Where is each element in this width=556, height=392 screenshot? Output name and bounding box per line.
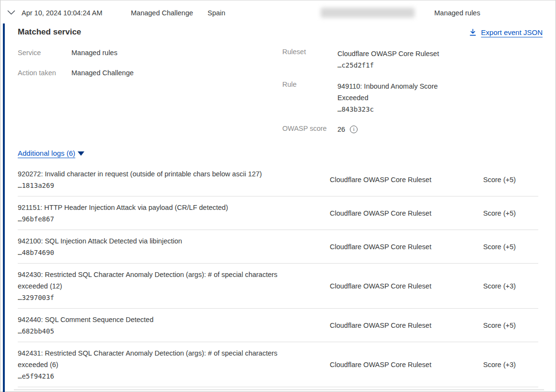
log-score: Score (+5) <box>483 243 516 251</box>
log-ruleset-name: Cloudflare OWASP Core Ruleset <box>330 176 431 184</box>
caret-down-icon <box>78 151 84 156</box>
log-rule-hash: …682bb405 <box>18 325 538 337</box>
action-taken-value: Managed Challenge <box>71 68 134 78</box>
additional-logs-table: 920272: Invalid character in request (ou… <box>18 163 538 387</box>
log-row: 921151: HTTP Header Injection Attack via… <box>18 196 538 230</box>
export-event-json-label: Export event JSON <box>481 28 543 36</box>
event-country: Spain <box>208 9 225 17</box>
log-score: Score (+5) <box>483 322 516 329</box>
log-score: Score (+5) <box>483 176 516 184</box>
log-row: 942100: SQL Injection Attack Detected vi… <box>18 230 538 264</box>
ruleset-label: Ruleset <box>282 48 337 71</box>
log-row: 942431: Restricted SQL Character Anomaly… <box>18 342 538 387</box>
log-rule-description: 921151: HTTP Header Injection Attack via… <box>18 202 303 213</box>
owasp-score-label: OWASP score <box>282 125 337 134</box>
rule-label: Rule <box>282 81 337 115</box>
ruleset-field: Ruleset Cloudflare OWASP Core Ruleset …c… <box>282 48 484 71</box>
event-row-header[interactable]: Apr 10, 2024 10:04:24 AM Managed Challen… <box>0 0 556 23</box>
export-event-json-link[interactable]: Export event JSON <box>469 28 543 36</box>
info-icon[interactable]: i <box>350 126 358 133</box>
log-rule-hash: …3297003f <box>18 292 538 303</box>
log-ruleset-name: Cloudflare OWASP Core Ruleset <box>330 361 431 369</box>
log-rule-description: 942431: Restricted SQL Character Anomaly… <box>18 347 303 370</box>
log-score: Score (+3) <box>483 282 516 290</box>
rule-value: 949110: Inbound Anomaly Score Exceeded <box>337 82 438 102</box>
log-row: 942440: SQL Comment Sequence Detected …6… <box>18 309 538 342</box>
event-timestamp: Apr 10, 2024 10:04:24 AM <box>22 9 103 17</box>
additional-logs-label: Additional logs (6) <box>18 149 75 157</box>
panel-bottom-divider <box>14 390 544 390</box>
service-value: Managed rules <box>71 48 134 58</box>
matched-service-fields: Service Managed rules Action taken Manag… <box>18 48 134 78</box>
additional-logs-toggle[interactable]: Additional logs (6) <box>18 149 84 157</box>
event-action: Managed Challenge <box>131 9 193 17</box>
ruleset-hash: …c25d2f1f <box>337 59 452 71</box>
log-ruleset-name: Cloudflare OWASP Core Ruleset <box>330 243 431 251</box>
event-detail-panel: Apr 10, 2024 10:04:24 AM Managed Challen… <box>0 0 556 392</box>
log-row: 920272: Invalid character in request (ou… <box>18 163 538 196</box>
log-rule-hash: …e5f94216 <box>18 370 538 382</box>
log-ruleset-name: Cloudflare OWASP Core Ruleset <box>330 282 431 290</box>
log-score: Score (+3) <box>483 361 516 369</box>
log-rule-hash: …1813a269 <box>18 180 538 191</box>
ruleset-fields: Ruleset Cloudflare OWASP Core Ruleset …c… <box>282 48 484 134</box>
log-rule-description: 942100: SQL Injection Attack Detected vi… <box>18 235 303 247</box>
ruleset-value: Cloudflare OWASP Core Ruleset <box>337 50 439 58</box>
redacted-ray-id <box>321 8 415 18</box>
log-rule-description: 920272: Invalid character in request (ou… <box>18 168 303 180</box>
log-row: 942430: Restricted SQL Character Anomaly… <box>18 264 538 309</box>
event-service: Managed rules <box>434 9 480 17</box>
owasp-score-field: OWASP score 26 i <box>282 125 484 134</box>
service-label: Service <box>18 48 71 58</box>
panel-title: Matched service <box>18 27 81 37</box>
rule-hash: …843b323c <box>337 104 452 115</box>
log-rule-hash: …48b74690 <box>18 247 538 258</box>
download-icon <box>469 28 477 36</box>
chevron-down-icon[interactable] <box>7 10 15 15</box>
expanded-row-accent-bar <box>3 23 5 392</box>
rule-field: Rule 949110: Inbound Anomaly Score Excee… <box>282 81 484 115</box>
log-rule-hash: …96bfe867 <box>18 213 538 225</box>
log-rule-description: 942440: SQL Comment Sequence Detected <box>18 314 303 325</box>
owasp-score-value: 26 <box>337 125 345 134</box>
log-score: Score (+5) <box>483 209 516 217</box>
log-ruleset-name: Cloudflare OWASP Core Ruleset <box>330 209 431 217</box>
action-taken-label: Action taken <box>18 68 71 78</box>
log-rule-description: 942430: Restricted SQL Character Anomaly… <box>18 269 303 292</box>
log-ruleset-name: Cloudflare OWASP Core Ruleset <box>330 322 431 329</box>
